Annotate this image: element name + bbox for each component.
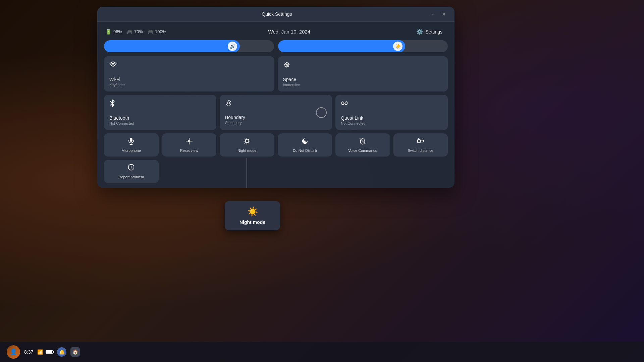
svg-line-19 xyxy=(249,139,249,139)
taskbar-time: 8:37 xyxy=(24,349,33,355)
report-problem-label: Report problem xyxy=(118,175,144,179)
svg-point-12 xyxy=(246,139,249,142)
controller-left-status: 🎮 70% xyxy=(127,29,143,35)
svg-rect-3 xyxy=(342,102,344,104)
do-not-disturb-label: Do Not Disturb xyxy=(293,148,317,153)
space-title: Space xyxy=(283,77,443,82)
reset-view-tile[interactable]: Reset view xyxy=(162,133,217,157)
night-mode-icon xyxy=(243,137,251,146)
settings-button[interactable]: ⚙️ Settings xyxy=(412,26,446,37)
quick-settings-panel: Quick Settings − ✕ 🔋 96% 🎮 70% 🎮 100% We… xyxy=(97,7,454,188)
wifi-taskbar-icon: 📶 xyxy=(37,349,43,355)
night-mode-label: Night mode xyxy=(237,148,256,153)
switch-distance-label: Switch distance xyxy=(408,148,433,153)
volume-fill: 🔊 xyxy=(104,40,240,52)
battery-taskbar xyxy=(46,350,53,354)
controller-right-status: 🎮 100% xyxy=(148,29,166,35)
bluetooth-title: Bluetooth xyxy=(109,115,211,121)
user-avatar[interactable]: 👤 xyxy=(7,345,20,359)
controller-right-level: 100% xyxy=(155,29,166,34)
tiles-section: Wi-Fi Keyfinder Space Immersive xyxy=(97,56,454,188)
tile-row-1: Wi-Fi Keyfinder Space Immersive xyxy=(104,56,448,92)
brightness-icon: ☀️ xyxy=(393,42,402,51)
microphone-tile[interactable]: Microphone xyxy=(104,133,159,157)
bluetooth-icon xyxy=(109,100,211,109)
controller-left-level: 70% xyxy=(134,29,143,34)
volume-slider[interactable]: 🔊 xyxy=(104,40,274,52)
reset-view-icon xyxy=(185,137,193,146)
controller-right-icon: 🎮 xyxy=(148,29,153,35)
svg-point-1 xyxy=(226,101,231,106)
volume-icon: 🔊 xyxy=(228,42,237,51)
date-display: Wed, Jan 10, 2024 xyxy=(268,29,311,35)
svg-rect-21 xyxy=(418,139,420,142)
battery-icon: 🔋 xyxy=(105,29,112,35)
voice-commands-tile[interactable]: Voice Commands xyxy=(335,133,390,157)
window-controls: − ✕ xyxy=(430,11,448,17)
popup-night-mode-text: ☀️ Night mode xyxy=(230,206,275,225)
home-icon: 🏠 xyxy=(72,349,78,355)
bluetooth-subtitle: Not Connected xyxy=(109,121,211,125)
voice-commands-label: Voice Commands xyxy=(348,148,377,153)
brightness-fill: ☀️ xyxy=(278,40,406,52)
notification-icon: 🔔 xyxy=(59,349,65,355)
night-mode-popup: ☀️ Night mode xyxy=(225,201,280,230)
boundary-tile[interactable]: Boundary Stationary xyxy=(220,95,332,130)
notification-button[interactable]: 🔔 xyxy=(57,347,66,357)
sliders-section: 🔊 ☀️ xyxy=(97,40,454,56)
tile-row-3: Microphone Reset view xyxy=(104,133,448,157)
battery-status: 🔋 96% xyxy=(105,29,122,35)
microphone-label: Microphone xyxy=(122,148,141,153)
wifi-title: Wi-Fi xyxy=(109,77,269,82)
svg-rect-22 xyxy=(421,140,424,142)
night-mode-tile[interactable]: Night mode xyxy=(220,133,274,157)
tile-row-4: Report problem xyxy=(104,160,448,183)
titlebar: Quick Settings − ✕ xyxy=(97,7,454,22)
bluetooth-tile[interactable]: Bluetooth Not Connected xyxy=(104,95,216,130)
status-icons: 🔋 96% 🎮 70% 🎮 100% xyxy=(105,29,166,35)
close-button[interactable]: ✕ xyxy=(440,11,448,17)
svg-point-0 xyxy=(113,66,114,67)
do-not-disturb-tile[interactable]: Do Not Disturb xyxy=(278,133,332,157)
quest-link-tile[interactable]: Quest Link Not Connected xyxy=(335,95,448,130)
svg-line-17 xyxy=(245,139,246,139)
report-problem-tile[interactable]: Report problem xyxy=(104,160,159,183)
battery-level: 96% xyxy=(113,29,122,34)
popup-label: Night mode xyxy=(230,220,275,225)
voice-commands-icon xyxy=(359,137,366,146)
settings-icon: ⚙️ xyxy=(416,28,423,35)
svg-line-18 xyxy=(249,142,249,143)
svg-line-20 xyxy=(245,142,246,143)
boundary-title: Boundary xyxy=(225,115,327,120)
taskbar-home-button[interactable]: 🏠 xyxy=(70,347,80,357)
quest-link-title: Quest Link xyxy=(341,115,442,121)
avatar-icon: 👤 xyxy=(10,348,17,356)
brightness-slider[interactable]: ☀️ xyxy=(278,40,448,52)
svg-rect-4 xyxy=(345,102,347,104)
header: 🔋 96% 🎮 70% 🎮 100% Wed, Jan 10, 2024 ⚙️ … xyxy=(97,22,454,40)
boundary-icon xyxy=(225,100,327,108)
wifi-subtitle: Keyfinder xyxy=(109,83,269,87)
switch-distance-icon xyxy=(417,137,424,146)
svg-point-24 xyxy=(131,169,131,169)
minimize-button[interactable]: − xyxy=(430,11,436,17)
space-tile[interactable]: Space Immersive xyxy=(278,56,448,92)
space-icon xyxy=(283,61,443,70)
popup-sun-icon: ☀️ xyxy=(230,206,275,217)
panel-title: Quick Settings xyxy=(124,11,430,17)
taskbar-status-icons: 📶 xyxy=(37,349,53,355)
quest-link-icon xyxy=(341,100,442,109)
reset-view-label: Reset view xyxy=(180,148,198,153)
space-subtitle: Immersive xyxy=(283,83,443,87)
wifi-icon xyxy=(109,61,269,70)
svg-rect-6 xyxy=(130,138,132,142)
boundary-subtitle: Stationary xyxy=(225,121,327,125)
quest-link-subtitle: Not Connected xyxy=(341,121,442,125)
svg-point-2 xyxy=(227,102,230,104)
boundary-toggle[interactable] xyxy=(316,107,327,118)
do-not-disturb-icon xyxy=(301,137,309,146)
controller-left-icon: 🎮 xyxy=(127,29,132,35)
switch-distance-tile[interactable]: Switch distance xyxy=(393,133,448,157)
wifi-tile[interactable]: Wi-Fi Keyfinder xyxy=(104,56,274,92)
report-problem-icon xyxy=(127,164,135,173)
